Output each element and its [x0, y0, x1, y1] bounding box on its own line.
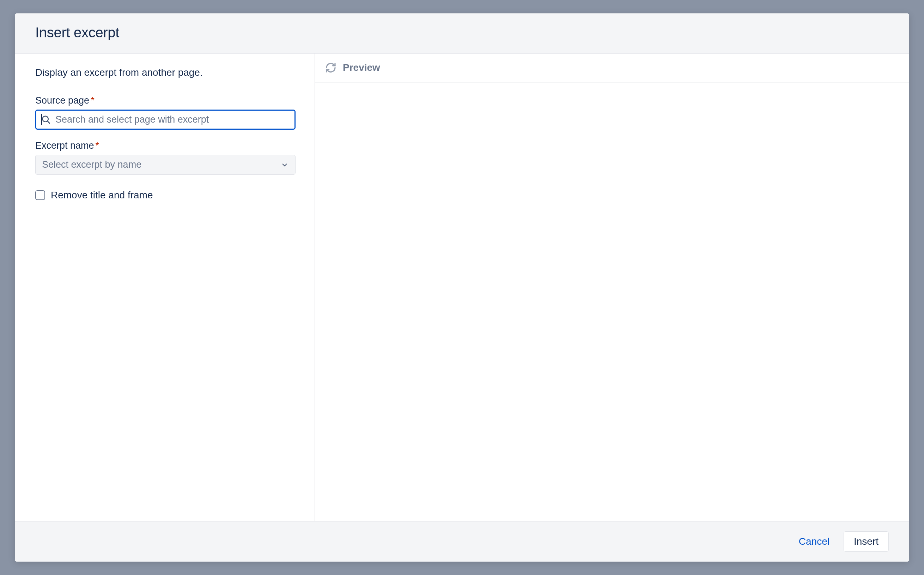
- insert-excerpt-dialog: Insert excerpt Display an excerpt from a…: [15, 13, 909, 562]
- excerpt-name-placeholder: Select excerpt by name: [42, 159, 142, 170]
- source-page-field: Source page*: [35, 95, 294, 130]
- excerpt-name-label: Excerpt name*: [35, 140, 294, 151]
- form-description: Display an excerpt from another page.: [35, 67, 294, 78]
- svg-line-1: [48, 121, 50, 123]
- excerpt-name-select[interactable]: Select excerpt by name: [35, 155, 296, 175]
- required-indicator: *: [91, 95, 94, 106]
- preview-header: Preview: [315, 54, 909, 83]
- search-icon: [41, 115, 51, 125]
- dialog-header: Insert excerpt: [15, 13, 909, 54]
- remove-title-label: Remove title and frame: [51, 189, 153, 201]
- dialog-body: Display an excerpt from another page. So…: [15, 54, 909, 521]
- preview-title: Preview: [343, 62, 380, 73]
- source-page-input[interactable]: [55, 114, 290, 125]
- cancel-button[interactable]: Cancel: [793, 532, 835, 551]
- preview-content: [315, 83, 909, 521]
- dialog-title: Insert excerpt: [35, 25, 889, 41]
- form-panel: Display an excerpt from another page. So…: [15, 54, 315, 521]
- source-page-input-wrapper[interactable]: [35, 110, 296, 130]
- dialog-footer: Cancel Insert: [15, 521, 909, 562]
- remove-title-checkbox[interactable]: [35, 190, 45, 200]
- text-cursor: [41, 114, 42, 125]
- remove-title-field: Remove title and frame: [35, 189, 294, 201]
- excerpt-name-label-text: Excerpt name: [35, 140, 94, 151]
- source-page-label-text: Source page: [35, 95, 89, 106]
- source-page-label: Source page*: [35, 95, 294, 106]
- preview-panel: Preview: [315, 54, 909, 521]
- required-indicator: *: [96, 140, 99, 151]
- insert-button[interactable]: Insert: [844, 531, 889, 552]
- excerpt-name-field: Excerpt name* Select excerpt by name: [35, 140, 294, 175]
- refresh-icon[interactable]: [325, 62, 336, 73]
- svg-point-0: [43, 116, 48, 122]
- chevron-down-icon: [280, 160, 289, 169]
